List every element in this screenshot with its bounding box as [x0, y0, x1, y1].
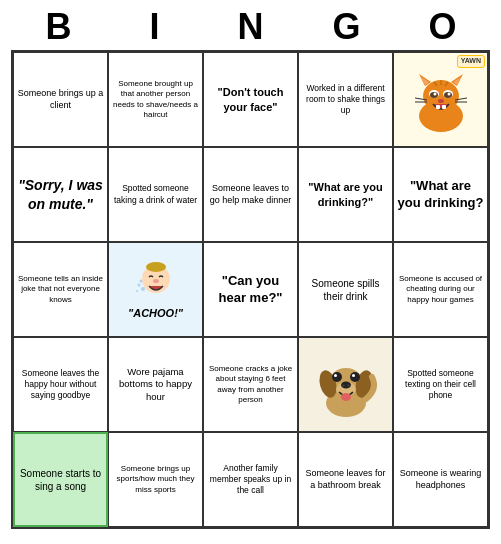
cell-text-r0c2: "Don't touch your face" [207, 85, 294, 114]
cell-r1c3[interactable]: "What are you drinking?" [298, 147, 393, 242]
cell-r0c0[interactable]: Someone brings up a client [13, 52, 108, 147]
letter-o: O [395, 6, 491, 48]
cell-text-r4c2: Another family member speaks up in the c… [207, 463, 294, 496]
cell-text-r0c3: Worked in a different room to shake thin… [302, 83, 389, 116]
cell-r4c4[interactable]: Someone is wearing headphones [393, 432, 488, 527]
cell-r1c0[interactable]: "Sorry, I was on mute." [13, 147, 108, 242]
cell-r2c4[interactable]: Someone is accused of cheating during ou… [393, 242, 488, 337]
cell-r3c0[interactable]: Someone leaves the happy hour without sa… [13, 337, 108, 432]
sneeze-icon [131, 259, 181, 304]
cell-text-r1c3: "What are you drinking?" [302, 180, 389, 209]
cell-text-r2c0: Someone tells an inside joke that not ev… [17, 274, 104, 305]
cell-r3c3[interactable] [298, 337, 393, 432]
cell-text-r1c0: "Sorry, I was on mute." [17, 176, 104, 212]
cell-text-r0c0: Someone brings up a client [17, 88, 104, 111]
svg-point-14 [438, 99, 444, 103]
letter-n: N [203, 6, 299, 48]
svg-point-41 [341, 393, 351, 401]
letter-i: I [107, 6, 203, 48]
svg-point-26 [137, 283, 140, 286]
letter-b: B [11, 6, 107, 48]
cell-r4c3[interactable]: Someone leaves for a bathroom break [298, 432, 393, 527]
svg-point-40 [352, 374, 355, 377]
cell-text-r4c0: Someone starts to sing a song [18, 467, 103, 493]
cell-r0c3[interactable]: Worked in a different room to shake thin… [298, 52, 393, 147]
cell-r2c0[interactable]: Someone tells an inside joke that not ev… [13, 242, 108, 337]
svg-point-36 [347, 384, 349, 386]
cell-r2c2[interactable]: "Can you hear me?" [203, 242, 298, 337]
cell-text-r1c1: Spotted someone taking a drink of water [112, 183, 199, 205]
cell-text-r4c1: Someone brings up sports/how much they m… [112, 464, 199, 495]
cell-r1c1[interactable]: Spotted someone taking a drink of water [108, 147, 203, 242]
garfield-icon [405, 64, 477, 136]
cell-text-r4c4: Someone is wearing headphones [397, 468, 484, 491]
cell-text-r3c4: Spotted someone texting on their cell ph… [397, 368, 484, 401]
svg-point-11 [447, 92, 450, 95]
svg-point-37 [332, 372, 342, 382]
bingo-grid: Someone brings up a client Someone broug… [11, 50, 490, 529]
cell-text-r2c4: Someone is accused of cheating during ou… [397, 274, 484, 305]
bingo-header: B I N G O [11, 0, 491, 50]
svg-point-24 [153, 279, 159, 283]
cell-text-r1c4: "What are you drinking? [397, 178, 484, 212]
cell-r3c1[interactable]: Wore pajama bottoms to happy hour [108, 337, 203, 432]
cell-r4c2[interactable]: Another family member speaks up in the c… [203, 432, 298, 527]
cell-text-r3c1: Wore pajama bottoms to happy hour [112, 366, 199, 403]
svg-point-28 [139, 279, 142, 282]
cell-r0c1[interactable]: Someone brought up that another person n… [108, 52, 203, 147]
dog-icon [310, 349, 382, 421]
cell-r1c4[interactable]: "What are you drinking? [393, 147, 488, 242]
cell-r1c2[interactable]: Someone leaves to go help make dinner [203, 147, 298, 242]
cell-r2c1[interactable]: "ACHOO!" [108, 242, 203, 337]
yawn-badge: YAWN [457, 55, 485, 68]
svg-point-38 [350, 372, 360, 382]
cell-r3c4[interactable]: Spotted someone texting on their cell ph… [393, 337, 488, 432]
svg-point-27 [136, 290, 138, 292]
cell-text-r2c2: "Can you hear me?" [207, 273, 294, 307]
svg-rect-12 [436, 105, 440, 109]
cell-r2c3[interactable]: Someone spills their drink [298, 242, 393, 337]
cell-r0c4[interactable]: YAWN [393, 52, 488, 147]
cell-text-r3c0: Someone leaves the happy hour without sa… [17, 368, 104, 401]
cell-r4c1[interactable]: Someone brings up sports/how much they m… [108, 432, 203, 527]
svg-point-25 [141, 287, 145, 291]
cell-text-r0c1: Someone brought up that another person n… [112, 79, 199, 121]
cell-r4c0[interactable]: Someone starts to sing a song [13, 432, 108, 527]
cell-text-r1c2: Someone leaves to go help make dinner [207, 183, 294, 206]
svg-rect-13 [442, 105, 446, 109]
svg-point-10 [433, 92, 436, 95]
achoo-text: "ACHOO!" [128, 306, 183, 320]
cell-text-r4c3: Someone leaves for a bathroom break [302, 468, 389, 491]
cell-r3c2[interactable]: Someone cracks a joke about staying 6 fe… [203, 337, 298, 432]
letter-g: G [299, 6, 395, 48]
cell-text-r3c2: Someone cracks a joke about staying 6 fe… [207, 364, 294, 406]
svg-point-35 [342, 384, 344, 386]
svg-point-39 [334, 374, 337, 377]
svg-point-23 [146, 262, 166, 272]
cell-text-r2c3: Someone spills their drink [302, 277, 389, 303]
cell-r0c2[interactable]: "Don't touch your face" [203, 52, 298, 147]
